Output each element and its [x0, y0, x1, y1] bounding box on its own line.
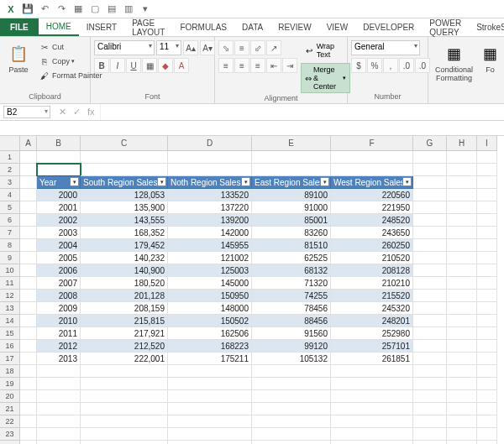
tab-developer[interactable]: DEVELOPER [355, 18, 422, 36]
col-header[interactable]: A [20, 136, 37, 151]
filter-dropdown-icon[interactable]: ▾ [241, 177, 250, 186]
row-header[interactable]: 11 [0, 277, 20, 290]
row-header[interactable]: 10 [0, 264, 20, 277]
cell[interactable] [20, 201, 37, 214]
align-left-button[interactable]: ≡ [218, 58, 234, 73]
row-header[interactable]: 15 [0, 327, 20, 340]
cell[interactable] [81, 378, 168, 390]
cell[interactable] [20, 164, 37, 176]
cell[interactable] [37, 151, 81, 164]
cell[interactable] [20, 189, 37, 201]
cell[interactable]: 88456 [252, 315, 331, 327]
cell[interactable] [413, 441, 447, 444]
row-header[interactable]: 16 [0, 340, 20, 353]
cell[interactable] [413, 428, 447, 441]
cell[interactable] [477, 415, 497, 428]
cell[interactable] [81, 441, 168, 444]
row-header[interactable]: 3 [0, 176, 20, 189]
cell[interactable] [413, 365, 447, 378]
cell[interactable]: 91560 [252, 327, 331, 340]
cell[interactable]: 2011 [37, 327, 81, 340]
qat-dropdown-icon[interactable]: ▾ [139, 3, 151, 15]
name-box[interactable]: B2 [3, 106, 50, 118]
cell[interactable] [447, 403, 477, 415]
cell[interactable]: 2003 [37, 227, 81, 239]
cell[interactable] [37, 415, 81, 428]
font-color-button[interactable]: A [174, 58, 189, 73]
cell[interactable]: 145955 [168, 239, 252, 252]
cell[interactable]: 105132 [252, 353, 331, 365]
cell[interactable] [413, 252, 447, 264]
cell[interactable]: 99120 [252, 340, 331, 353]
cell[interactable] [447, 302, 477, 315]
row-header[interactable]: 12 [0, 290, 20, 302]
cell[interactable] [20, 239, 37, 252]
row-header[interactable]: 6 [0, 214, 20, 227]
row-header[interactable]: 22 [0, 415, 20, 428]
cell[interactable] [447, 428, 477, 441]
cell[interactable] [331, 378, 413, 390]
cell[interactable] [81, 151, 168, 164]
cell[interactable]: 179,452 [81, 239, 168, 252]
merge-center-button[interactable]: ⇔Merge & Center▾ [301, 63, 350, 93]
underline-button[interactable]: U [126, 58, 141, 73]
cell[interactable] [20, 327, 37, 340]
cell[interactable] [37, 164, 81, 176]
align-bottom-button[interactable]: ⬃ [250, 40, 265, 55]
cell[interactable]: East Region Sales▾ [252, 176, 331, 189]
cell[interactable] [252, 164, 331, 176]
cell[interactable] [20, 340, 37, 353]
cell[interactable]: 121002 [168, 252, 252, 264]
cell[interactable] [413, 189, 447, 201]
filter-dropdown-icon[interactable]: ▾ [320, 177, 329, 186]
cell[interactable] [37, 428, 81, 441]
cell[interactable] [252, 415, 331, 428]
decrease-font-button[interactable]: A▾ [200, 40, 215, 55]
cell[interactable] [20, 378, 37, 390]
cell[interactable]: 148000 [168, 302, 252, 315]
cell[interactable]: 2006 [37, 264, 81, 277]
cell[interactable]: 85001 [252, 214, 331, 227]
cell[interactable]: 142000 [168, 227, 252, 239]
cell[interactable] [168, 378, 252, 390]
cell[interactable] [477, 227, 497, 239]
font-size-select[interactable]: 11 [156, 40, 181, 55]
cell[interactable] [81, 415, 168, 428]
cell[interactable] [447, 227, 477, 239]
font-name-select[interactable]: Calibri [94, 40, 155, 55]
cell[interactable] [447, 315, 477, 327]
filter-dropdown-icon[interactable]: ▾ [402, 177, 412, 186]
cell[interactable] [477, 441, 497, 444]
cell[interactable]: 140,232 [81, 252, 168, 264]
fill-color-button[interactable]: ◆ [158, 58, 173, 73]
cell[interactable] [447, 214, 477, 227]
row-header[interactable]: 17 [0, 353, 20, 365]
row-header[interactable]: 18 [0, 365, 20, 378]
cell[interactable] [331, 390, 413, 403]
cell[interactable] [447, 327, 477, 340]
cell[interactable] [477, 214, 497, 227]
cell[interactable] [20, 227, 37, 239]
cell[interactable] [477, 340, 497, 353]
cell[interactable] [168, 428, 252, 441]
indent-inc-button[interactable]: ⇥ [282, 58, 297, 73]
confirm-icon[interactable]: ✓ [73, 107, 81, 118]
cell[interactable] [447, 277, 477, 290]
cell[interactable] [413, 239, 447, 252]
col-header[interactable]: H [447, 136, 477, 151]
cell[interactable] [447, 353, 477, 365]
cell[interactable] [20, 365, 37, 378]
cell[interactable] [81, 365, 168, 378]
row-header[interactable]: 4 [0, 189, 20, 201]
cell[interactable]: 150502 [168, 315, 252, 327]
align-right-button[interactable]: ≡ [250, 58, 265, 73]
align-top-button[interactable]: ⬂ [218, 40, 234, 55]
increase-font-button[interactable]: A▴ [183, 40, 198, 55]
cell[interactable] [413, 378, 447, 390]
col-header[interactable]: G [413, 136, 447, 151]
col-header[interactable]: E [252, 136, 331, 151]
cell[interactable] [477, 176, 497, 189]
cell[interactable] [413, 290, 447, 302]
row-header[interactable]: 5 [0, 201, 20, 214]
cell[interactable]: 201,128 [81, 290, 168, 302]
